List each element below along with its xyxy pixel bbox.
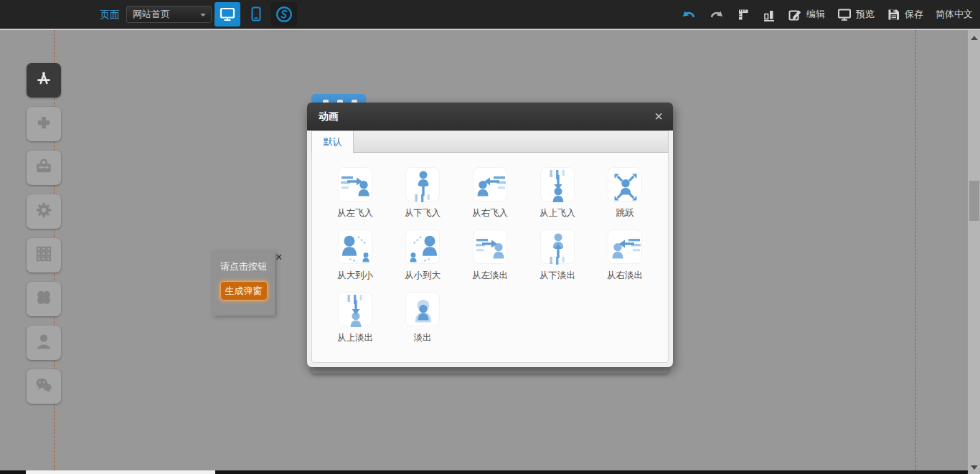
tab-default[interactable]: 默认 bbox=[312, 131, 354, 153]
widget-message: 请点击按钮 bbox=[212, 260, 275, 273]
preview-label: 预览 bbox=[856, 8, 875, 21]
save-floppy-icon bbox=[887, 8, 900, 22]
fly-in-right-icon bbox=[473, 167, 507, 202]
animation-item[interactable]: 淡出 bbox=[389, 292, 456, 354]
apps-clover-icon bbox=[34, 288, 53, 310]
sidebar-item-add-module[interactable] bbox=[27, 107, 61, 141]
jump-icon bbox=[608, 167, 642, 202]
save-button[interactable]: 保存 bbox=[887, 8, 923, 22]
language-switch[interactable]: 简体中文 bbox=[936, 8, 973, 21]
undo-button[interactable] bbox=[681, 8, 697, 21]
undo-icon bbox=[681, 8, 697, 21]
animation-item[interactable]: 从上飞入 bbox=[524, 167, 591, 229]
redo-icon bbox=[709, 8, 725, 21]
chevron-down-icon bbox=[200, 14, 206, 16]
mobile-view-button[interactable] bbox=[245, 2, 267, 27]
ruler-button[interactable] bbox=[737, 8, 750, 22]
sidebar-item-apps-clover[interactable] bbox=[27, 282, 61, 316]
save-label: 保存 bbox=[905, 8, 923, 21]
page-select-dropdown[interactable]: 网站首页 bbox=[126, 6, 212, 23]
sidebar-item-settings[interactable] bbox=[27, 194, 61, 229]
animation-item[interactable]: 从右飞入 bbox=[456, 167, 524, 229]
language-label: 简体中文 bbox=[936, 8, 973, 21]
left-sidebar bbox=[27, 63, 61, 413]
vertical-scrollbar[interactable] bbox=[968, 30, 980, 474]
member-icon bbox=[34, 332, 53, 354]
fade-bottom-icon bbox=[540, 229, 575, 264]
sidebar-item-toolbox[interactable] bbox=[27, 151, 61, 185]
sidebar-item-wechat[interactable] bbox=[27, 369, 61, 404]
edit-pencil-icon bbox=[788, 8, 802, 22]
fade-right-icon bbox=[608, 229, 642, 264]
page-guide-right bbox=[915, 30, 916, 474]
monitor-icon bbox=[219, 6, 236, 23]
ruler-icon bbox=[737, 8, 750, 22]
animation-grid: 从左飞入从下飞入从右飞入从上飞入跳跃从大到小从小到大从左淡出从下淡出从右淡出从上… bbox=[311, 153, 669, 363]
bar-chart-icon bbox=[763, 8, 776, 22]
sidebar-item-member[interactable] bbox=[27, 326, 61, 360]
scroll-down-arrow-icon[interactable] bbox=[971, 465, 978, 470]
fly-in-top-icon bbox=[540, 167, 575, 202]
stats-button[interactable] bbox=[763, 8, 776, 22]
wechat-icon bbox=[34, 376, 53, 397]
small-to-big-icon bbox=[405, 229, 440, 264]
animation-item[interactable]: 从下淡出 bbox=[524, 229, 591, 292]
vertical-scroll-thumb[interactable] bbox=[969, 181, 979, 221]
modal-header[interactable]: 动画 × bbox=[307, 103, 673, 131]
animation-label: 从左飞入 bbox=[321, 207, 389, 219]
settings-icon bbox=[34, 201, 53, 222]
animation-item[interactable]: 从大到小 bbox=[321, 229, 389, 292]
animation-item[interactable]: 从小到大 bbox=[389, 229, 456, 292]
toolbox-icon bbox=[34, 157, 53, 179]
animation-label: 从下淡出 bbox=[524, 270, 591, 282]
page-select-value: 网站首页 bbox=[133, 9, 170, 19]
big-to-small-icon bbox=[338, 229, 372, 264]
app-market-icon bbox=[34, 70, 53, 91]
fade-left-icon bbox=[473, 229, 507, 264]
fly-in-bottom-icon bbox=[405, 167, 440, 202]
animation-item[interactable]: 从上淡出 bbox=[321, 292, 389, 354]
animation-label: 从上飞入 bbox=[524, 207, 591, 219]
animation-label: 从右飞入 bbox=[456, 207, 524, 219]
modal-close-icon[interactable]: × bbox=[654, 108, 663, 124]
element-toolbar-peek bbox=[311, 94, 366, 103]
desktop-view-button[interactable] bbox=[215, 2, 240, 27]
animation-label: 跳跃 bbox=[591, 207, 659, 219]
horizontal-scroll-thumb[interactable] bbox=[26, 470, 215, 474]
phone-icon bbox=[248, 6, 264, 23]
preview-monitor-icon bbox=[837, 7, 852, 22]
animation-label: 从左淡出 bbox=[456, 270, 524, 282]
fly-in-left-icon bbox=[338, 167, 372, 202]
animation-item[interactable]: 从下飞入 bbox=[389, 167, 456, 229]
scroll-up-arrow-icon[interactable] bbox=[971, 36, 978, 40]
redo-button[interactable] bbox=[709, 8, 725, 21]
animation-label: 从小到大 bbox=[389, 270, 456, 282]
animation-label: 从右淡出 bbox=[591, 270, 659, 282]
sidebar-item-app-market[interactable] bbox=[27, 63, 61, 98]
widget-close-icon[interactable]: × bbox=[275, 252, 282, 263]
animation-label: 淡出 bbox=[389, 332, 456, 344]
animation-label: 从上淡出 bbox=[321, 332, 389, 344]
link-mode-button[interactable] bbox=[271, 2, 297, 27]
horizontal-scrollbar[interactable] bbox=[0, 470, 968, 474]
top-toolbar: 页面 网站首页 bbox=[0, 0, 980, 29]
animation-label: 从大到小 bbox=[321, 270, 389, 282]
layout-grid-icon bbox=[34, 245, 53, 266]
edit-button[interactable]: 编辑 bbox=[788, 8, 825, 22]
add-module-icon bbox=[34, 113, 53, 135]
animation-item[interactable]: 从左飞入 bbox=[321, 167, 389, 229]
popup-trigger-widget: 请点击按钮 生成弹窗 bbox=[212, 251, 275, 316]
modal-title: 动画 bbox=[319, 103, 339, 131]
animation-item[interactable]: 从右淡出 bbox=[591, 229, 659, 292]
sidebar-item-layout-grid[interactable] bbox=[27, 238, 61, 272]
animation-label: 从下飞入 bbox=[389, 207, 456, 219]
animation-item[interactable]: 跳跃 bbox=[591, 167, 659, 229]
link-circle-icon bbox=[275, 6, 293, 23]
animation-item[interactable]: 从左淡出 bbox=[456, 229, 524, 292]
toolbar-separator bbox=[0, 29, 980, 30]
edit-label: 编辑 bbox=[806, 8, 825, 21]
preview-button[interactable]: 预览 bbox=[837, 7, 875, 22]
page-label: 页面 bbox=[100, 0, 120, 29]
animation-modal: 动画 × 默认 从左飞入从下飞入从右飞入从上飞入跳跃从大到小从小到大从左淡出从下… bbox=[307, 103, 673, 367]
generate-popup-button[interactable]: 生成弹窗 bbox=[220, 281, 268, 300]
